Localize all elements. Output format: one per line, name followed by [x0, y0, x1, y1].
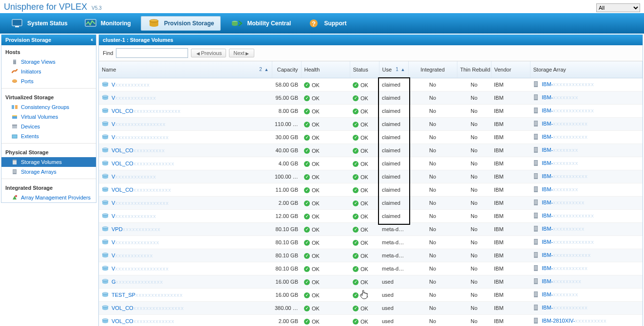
table-row[interactable]: Vxxxxxxxxxxxxxx80.10 GB✓OK✓OKmeta-dataNo…: [99, 236, 643, 249]
table-row[interactable]: Vxxxxxxxxxxxxx100.00 GB✓OK✓OKclaimedNoNo…: [99, 170, 643, 183]
volume-link[interactable]: Vxxxxxxxxxxxxxx: [112, 239, 159, 245]
table-row[interactable]: Vxxxxxxxxxxxxxxxxx2.00 GB✓OK✓OKclaimedNo…: [99, 197, 643, 210]
volume-link[interactable]: VOL_COxxxxxxxxxxxx: [112, 187, 171, 193]
table-row[interactable]: VOL_COxxxxxxxxxx40.00 GB✓OK✓OKclaimedNoN…: [99, 144, 643, 157]
sidebar-item-ports[interactable]: Ports: [1, 76, 96, 86]
table-row[interactable]: Gxxxxxxxxxxxxxxx16.00 GB✓OK✓OKusedNoNoIB…: [99, 275, 643, 289]
sidebar-item-consistency-groups[interactable]: Consistency Groups: [1, 102, 96, 112]
array-link[interactable]: IBM-xxxxxxxxxx: [542, 199, 585, 205]
table-row[interactable]: VOL_COxxxxxxxxxxxxx4.00 GB✓OK✓OKclaimedN…: [99, 157, 643, 170]
table-row[interactable]: TEST_SPxxxxxxxxxxxxxxx16.00 GB✓OK✓OKused…: [99, 289, 643, 302]
array-link[interactable]: IBM-xxxxxxxxx: [542, 278, 582, 284]
table-row[interactable]: VOL_COxxxxxxxxxxxxxxx8.00 GB✓OK✓OKclaime…: [99, 105, 643, 118]
nav-tab-support[interactable]: ?Support: [301, 16, 353, 31]
volume-link[interactable]: Vxxxxxxxxxxxxx: [112, 174, 156, 180]
array-link[interactable]: IBM-xxxxxxxx: [542, 147, 578, 153]
array-link[interactable]: IBM-xxxxxxxxxx: [542, 226, 585, 232]
array-link[interactable]: IBM-xxxxxxxxxxx: [542, 173, 588, 179]
nav-tab-provision-storage[interactable]: Provision Storage: [141, 16, 221, 31]
volume-link[interactable]: VPDxxxxxxxxxxxx: [112, 226, 161, 232]
table-row[interactable]: VOL_COxxxxxxxxxxxxxxxx380.00 GB✓OK✓OKuse…: [99, 302, 643, 315]
array-link[interactable]: IBM-xxxxxxxx: [542, 291, 578, 297]
table-row[interactable]: Vxxxxxxxxxxxx80.10 GB✓OK✓OKmeta-dataNoNo…: [99, 249, 643, 262]
volume-link[interactable]: Vxxxxxxxxxxxxxxxxx: [112, 134, 169, 140]
volume-link[interactable]: Vxxxxxxxxxxx: [112, 82, 150, 88]
find-input[interactable]: [116, 48, 188, 58]
col-storage-array[interactable]: Storage Array: [530, 61, 643, 78]
scope-select[interactable]: All: [596, 3, 640, 12]
volume-link[interactable]: Gxxxxxxxxxxxxxxx: [112, 279, 163, 285]
sidebar-item-amp[interactable]: Array Management Providers: [1, 193, 96, 202]
sidebar-item-devices[interactable]: Devices: [1, 122, 96, 131]
col-integrated[interactable]: Integrated: [408, 61, 457, 78]
sidebar-item-initiators[interactable]: Initiators: [1, 67, 96, 76]
volume-link[interactable]: Vxxxxxxxxxxxxxxxxx: [112, 200, 169, 206]
sidebar-item-virtual-volumes[interactable]: Virtual Volumes: [1, 112, 96, 122]
table-row[interactable]: VPDxxxxxxxxxxxx80.10 GB✓OK✓OKmeta-dataNo…: [99, 223, 643, 236]
array-link[interactable]: IBM-xxxxxxxxxxxxx: [542, 239, 594, 245]
cell-thin: No: [457, 315, 491, 326]
svg-rect-57: [534, 135, 537, 135]
table-row[interactable]: Vxxxxxxxxxxxxx95.00 GB✓OK✓OKclaimedNoNoI…: [99, 91, 643, 105]
table-row[interactable]: VOL_COxxxxxxxxxxxxx2.00 GB✓OK✓OKusedNoNo…: [99, 315, 643, 326]
volume-link[interactable]: VOL_COxxxxxxxxxxxxx: [112, 161, 174, 166]
cell-vendor: IBM: [491, 262, 530, 275]
volume-link[interactable]: VOL_COxxxxxxxxxxxxxxx: [112, 108, 181, 114]
nav-tab-monitoring[interactable]: Monitoring: [77, 16, 138, 31]
ok-status: ✓OK: [304, 240, 320, 246]
nav-tab-mobility-central[interactable]: Mobility Central: [224, 16, 298, 31]
nav-tab-system-status[interactable]: System Status: [4, 16, 75, 31]
svg-rect-12: [12, 105, 14, 109]
sidebar-collapse-icon[interactable]: ‹‹: [91, 35, 92, 45]
array-link[interactable]: IBM-xxxxxxxxxxx: [542, 121, 588, 127]
table-row[interactable]: Vxxxxxxxxxxxxx12.00 GB✓OK✓OKclaimedNoNoI…: [99, 210, 643, 223]
col-vendor[interactable]: Vendor: [491, 61, 530, 78]
sidebar-item-storage-volumes[interactable]: Storage Volumes: [1, 157, 96, 167]
col-status[interactable]: Status: [350, 61, 379, 78]
sidebar-item-extents[interactable]: Extents: [1, 131, 96, 141]
volume-link[interactable]: Vxxxxxxxxxxxxxxxxx: [112, 266, 169, 272]
table-row[interactable]: VOL_COxxxxxxxxxxxx11.00 GB✓OK✓OKclaimedN…: [99, 183, 643, 197]
port-icon: [11, 78, 18, 85]
col-name[interactable]: Name2 ▲: [99, 61, 272, 78]
sidebar-item-storage-views[interactable]: Storage Views: [1, 57, 96, 67]
cell-capacity: 11.00 GB: [272, 183, 301, 197]
array-link[interactable]: IBM-xxxxxxxxxxxxx: [542, 108, 594, 113]
col-capacity[interactable]: Capacity: [272, 61, 301, 78]
array-link[interactable]: IBM-xxxxxxxxxxxxx: [542, 213, 594, 218]
ok-status: ✓OK: [304, 279, 320, 285]
array-link[interactable]: IBM-xxxxxxxx: [542, 94, 578, 100]
content-title: cluster-1 : Storage Volumes: [103, 37, 173, 43]
array-link[interactable]: IBM-xxxxxxxxxxx: [542, 134, 588, 140]
ok-status: ✓OK: [304, 200, 320, 206]
cell-thin: No: [457, 78, 491, 91]
volume-link[interactable]: VOL_COxxxxxxxxxxxxx: [112, 318, 174, 324]
volume-link[interactable]: VOL_COxxxxxxxxxxxxxxxx: [112, 305, 184, 311]
col-thin-rebuild[interactable]: Thin Rebuild: [457, 61, 491, 78]
col-use[interactable]: Use1 ▲: [379, 61, 408, 78]
table-row[interactable]: Vxxxxxxxxxxxxxxxxx80.10 GB✓OK✓OKmeta-dat…: [99, 262, 643, 275]
table-row[interactable]: Vxxxxxxxxxxxxxxxx110.00 GB✓OK✓OKclaimedN…: [99, 118, 643, 131]
array-link[interactable]: IBM-xxxxxxxx: [542, 186, 578, 192]
array-link[interactable]: IBM-xxxxxxxxxxx: [542, 265, 588, 271]
ok-status: ✓OK: [304, 306, 320, 311]
array-link[interactable]: IBM-xxxxxxxxxxxx: [542, 252, 591, 258]
array-link[interactable]: IBM-xxxxxxxxxxxxx: [542, 81, 594, 87]
title-bar: Unisphere for VPLEX V5.3 All: [0, 0, 644, 13]
array-link[interactable]: IBM-xxxxxxxx: [542, 160, 578, 166]
cell-name: Vxxxxxxxxxxxxx: [99, 170, 272, 183]
sidebar-item-storage-arrays[interactable]: Storage Arrays: [1, 167, 96, 177]
find-next-button[interactable]: Next▶: [229, 49, 254, 57]
volume-link[interactable]: Vxxxxxxxxxxxxx: [112, 95, 156, 101]
array-link[interactable]: IBM-xxxxxxxxxxx: [542, 305, 588, 310]
volume-link[interactable]: Vxxxxxxxxxxxxxxxx: [112, 121, 166, 127]
volume-link[interactable]: Vxxxxxxxxxxxx: [112, 253, 153, 258]
find-prev-button[interactable]: ◀Previous: [191, 49, 226, 57]
array-link[interactable]: IBM-2810XIV-xxxxxxxxxx: [542, 318, 606, 324]
volume-link[interactable]: TEST_SPxxxxxxxxxxxxxxx: [112, 292, 183, 298]
col-health[interactable]: Health: [301, 61, 350, 78]
table-row[interactable]: Vxxxxxxxxxxxxxxxxx30.00 GB✓OK✓OKclaimedN…: [99, 131, 643, 144]
volume-link[interactable]: VOL_COxxxxxxxxxx: [112, 147, 165, 153]
table-row[interactable]: Vxxxxxxxxxxx58.00 GB✓OK✓OKclaimedNoNoIBM…: [99, 78, 643, 91]
volume-link[interactable]: Vxxxxxxxxxxxxx: [112, 213, 156, 219]
